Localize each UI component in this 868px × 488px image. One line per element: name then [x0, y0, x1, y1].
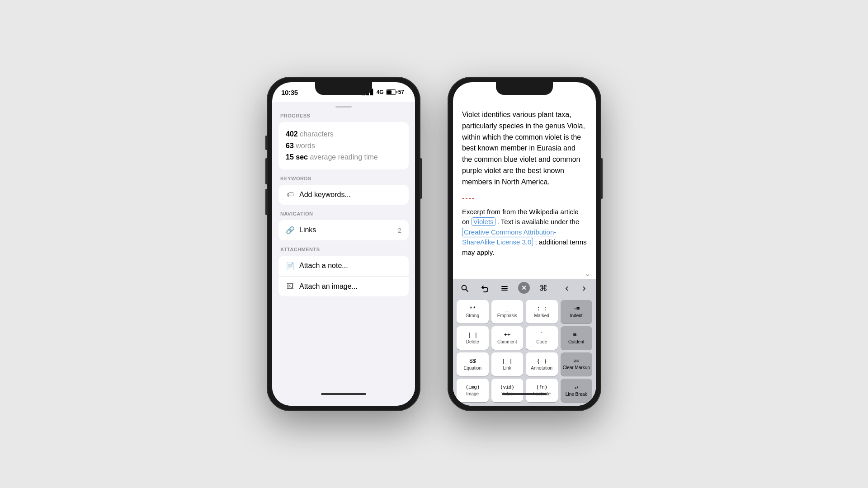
key-indent-symbol: →≡ [573, 305, 580, 313]
key-image-symbol: (img) [466, 385, 480, 390]
key-link[interactable]: [ ] Link [491, 352, 524, 376]
excerpt-mid: . Text is available under the [497, 218, 580, 225]
mute-button [265, 136, 267, 150]
key-line-break-symbol: ↵ [575, 384, 578, 391]
links-label: Links [299, 226, 393, 234]
image-icon: 🖼 [286, 282, 295, 291]
attachments-section-label: ATTACHMENTS [272, 247, 415, 256]
network-label: 4G [377, 89, 384, 95]
key-comment[interactable]: ++ Comment [491, 326, 524, 350]
battery-fill [387, 90, 392, 94]
key-code-label: Code [536, 339, 547, 344]
violets-link[interactable]: Violets [472, 217, 495, 226]
key-code[interactable]: ` Code [526, 326, 558, 350]
undo-toolbar-btn[interactable] [478, 282, 491, 295]
links-row[interactable]: 🔗 Links 2 [278, 220, 409, 240]
add-keywords-row[interactable]: 🏷 Add keywords... [278, 185, 409, 205]
volume-down-button [265, 189, 267, 215]
md-keys-grid: ** Strong _ Emphasis : : Marked →≡ [453, 297, 596, 406]
key-line-break-label: Line Break [566, 392, 587, 397]
key-equation[interactable]: $$ Equation [457, 352, 489, 376]
key-annotation-symbol: { } [537, 358, 547, 365]
article-text-area[interactable]: Violet identifies various plant taxa, pa… [453, 102, 596, 267]
key-footnote[interactable]: (fn) Footnote [526, 379, 558, 402]
key-emphasis-label: Emphasis [497, 313, 517, 318]
add-keywords-label: Add keywords... [299, 191, 401, 199]
key-marked-symbol: : : [537, 305, 547, 313]
characters-value: 402 [286, 130, 298, 138]
svg-line-1 [466, 290, 468, 292]
key-delete[interactable]: | | Delete [457, 326, 489, 350]
phone-left: 10:35 ▋▋▋ 4G 57 PROGRESS 402 [267, 77, 420, 411]
prev-toolbar-btn[interactable]: ‹ [561, 282, 573, 295]
power-button-right [601, 158, 603, 199]
key-footnote-symbol: (fn) [536, 385, 547, 390]
md-toolbar-left: ✕ ⌘ [458, 282, 550, 295]
key-outdent-label: Outdent [568, 339, 585, 344]
key-video[interactable]: (vid) Video [491, 379, 524, 402]
progress-section-label: PROGRESS [272, 113, 415, 122]
key-strong-label: Strong [466, 313, 479, 318]
key-annotation-label: Annotation [531, 366, 552, 371]
key-equation-label: Equation [464, 366, 481, 371]
md-toolbar: ✕ ⌘ ‹ › [453, 279, 596, 297]
key-indent-label: Indent [570, 313, 583, 318]
key-link-label: Link [503, 366, 511, 371]
key-clear-markup[interactable]: ⊘≡ Clear Markup [561, 352, 593, 376]
status-time-left: 10:35 [281, 89, 298, 96]
drag-handle [335, 106, 352, 108]
attach-note-label: Attach a note... [299, 262, 401, 270]
battery-percent: 57 [398, 89, 404, 95]
key-annotation[interactable]: { } Annotation [526, 352, 558, 376]
next-toolbar-btn[interactable]: › [578, 282, 590, 295]
attach-image-row[interactable]: 🖼 Attach an image... [278, 277, 409, 296]
attach-note-row[interactable]: 📄 Attach a note... [278, 256, 409, 277]
volume-up-button [265, 158, 267, 184]
reading-time-label: average reading time [310, 153, 377, 161]
phones-container: 10:35 ▋▋▋ 4G 57 PROGRESS 402 [267, 77, 601, 411]
key-marked[interactable]: : : Marked [526, 300, 558, 324]
phone1-content: PROGRESS 402 characters 63 words 15 sec … [272, 102, 415, 406]
key-image[interactable]: (img) Image [457, 379, 489, 402]
reading-time-value: 15 sec [286, 153, 308, 161]
keywords-card[interactable]: 🏷 Add keywords... [278, 185, 409, 205]
article-divider: ---- [462, 194, 587, 202]
keywords-section-label: KEYWORDS [272, 176, 415, 185]
words-value: 63 [286, 142, 294, 150]
link-icon: 🔗 [286, 226, 295, 235]
key-video-symbol: (vid) [500, 385, 514, 390]
characters-label: characters [300, 130, 334, 138]
phone2-content: Violet identifies various plant taxa, pa… [453, 102, 596, 406]
md-toolbar-right: ‹ › [561, 282, 590, 295]
notch-left [315, 82, 372, 95]
key-comment-label: Comment [497, 339, 517, 344]
list-toolbar-btn[interactable] [498, 282, 511, 295]
key-strong-symbol: ** [469, 305, 476, 313]
key-strong[interactable]: ** Strong [457, 300, 489, 324]
close-toolbar-btn[interactable]: ✕ [518, 282, 530, 294]
phone-left-screen: 10:35 ▋▋▋ 4G 57 PROGRESS 402 [272, 82, 415, 406]
phone-right: Violet identifies various plant taxa, pa… [448, 77, 601, 411]
chevron-down-icon[interactable]: ⌄ [585, 269, 590, 278]
key-comment-symbol: ++ [504, 332, 510, 339]
key-emphasis[interactable]: _ Emphasis [491, 300, 524, 324]
key-line-break[interactable]: ↵ Line Break [561, 379, 593, 402]
words-stat: 63 words [286, 140, 401, 152]
key-clear-markup-label: Clear Markup [563, 365, 590, 370]
key-delete-symbol: | | [467, 332, 477, 339]
navigation-card[interactable]: 🔗 Links 2 [278, 220, 409, 240]
notch-right [496, 82, 553, 95]
search-toolbar-btn[interactable] [458, 282, 471, 295]
key-delete-label: Delete [466, 339, 479, 344]
key-equation-symbol: $$ [469, 358, 476, 365]
characters-stat: 402 characters [286, 128, 401, 140]
battery-icon [386, 89, 396, 95]
key-indent[interactable]: →≡ Indent [561, 300, 593, 324]
power-button [420, 158, 422, 199]
cmd-toolbar-btn[interactable]: ⌘ [537, 282, 550, 295]
chevron-down-area[interactable]: ⌄ [453, 267, 596, 279]
key-outdent-symbol: ≡← [573, 332, 580, 339]
key-outdent[interactable]: ≡← Outdent [561, 326, 593, 350]
navigation-section-label: NAVIGATION [272, 211, 415, 220]
progress-card: 402 characters 63 words 15 sec average r… [278, 122, 409, 169]
